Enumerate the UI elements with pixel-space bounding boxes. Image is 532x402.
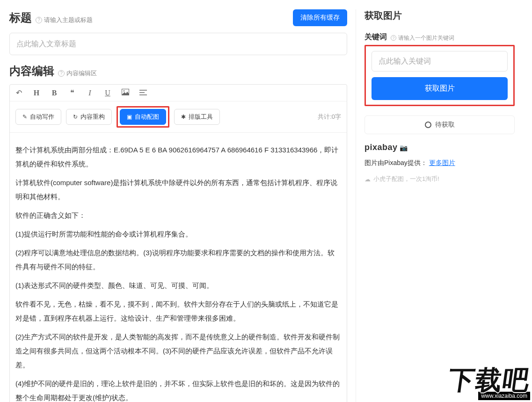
pencil-icon: ✎ <box>22 114 27 120</box>
settings-icon: ✱ <box>181 114 186 120</box>
auto-image-button[interactable]: ▣ 自动配图 <box>120 109 166 125</box>
pixabay-logo: pixabay 📷 <box>364 143 408 152</box>
provider-text: 图片由Pixabay提供： <box>364 159 427 166</box>
format-toolbar: ↶ H B ❝ I U <box>10 85 347 101</box>
title-input[interactable] <box>9 33 347 55</box>
keyword-hint: 请输入一个图片关键词 <box>398 34 454 42</box>
help-icon: ? <box>391 35 396 41</box>
layout-tool-button[interactable]: ✱ 排版工具 <box>174 109 220 125</box>
quote-button[interactable]: ❝ <box>68 88 76 97</box>
auto-write-button[interactable]: ✎ 自动写作 <box>15 109 61 125</box>
content-paragraph: 软件看不见，无色，枯燥，看不见，摸不到，闻不到。软件大部分存在于人们的头脑或纸上… <box>15 297 341 325</box>
sidebar: 获取图片 关键词 ? 请输入一个图片关键词 获取图片 待获取 pixabay 📷… <box>356 9 515 402</box>
content-paragraph: 整个计算机系统由两部分组成：E.69DA 5 E 6 BA 9062616964… <box>15 143 341 171</box>
watermark: 下载吧 www.xiazaiba.com <box>449 368 530 400</box>
more-images-link[interactable]: 更多图片 <box>429 159 455 166</box>
content-hint: 内容编辑区 <box>66 69 97 78</box>
editor: ↶ H B ❝ I U ✎ 自动写作 ↻ <box>9 84 347 402</box>
content-paragraph: (1)表达形式不同的硬件类型、颜色、味道、可见、可摸、可闻。 <box>15 279 341 293</box>
help-icon: ? <box>58 70 65 77</box>
content-heading: 内容编辑 <box>9 64 54 79</box>
align-icon[interactable] <box>139 89 147 97</box>
content-paragraph: (2)程序可以满意地处理信息的数据结构。(3)说明程序功能要求和程序需要的文档的… <box>15 246 341 274</box>
svg-point-1 <box>124 90 125 92</box>
content-body[interactable]: 整个计算机系统由两部分组成：E.69DA 5 E 6 BA 9062616964… <box>10 133 347 402</box>
pending-status[interactable]: 待获取 <box>364 115 515 134</box>
keyword-label: 关键词 <box>364 32 387 42</box>
image-icon: ▣ <box>127 114 132 120</box>
content-paragraph: 软件的正确含义如下： <box>15 208 341 223</box>
word-count: 共计:0字 <box>318 113 341 121</box>
italic-button[interactable]: I <box>86 89 94 97</box>
content-paragraph: 计算机软件(computer software)是指计算机系统中除硬件以外的所有… <box>15 176 341 204</box>
watermark-logo: 下载吧 <box>447 368 532 392</box>
main-column: 标题 ? 请输入主题或标题 清除所有缓存 内容编辑 ? 内容编辑区 ↶ H B … <box>9 9 356 402</box>
cloud-icon: ☁ <box>364 176 371 183</box>
heading-button[interactable]: H <box>32 89 41 97</box>
restructure-button[interactable]: ↻ 内容重构 <box>66 109 112 125</box>
title-hint: 请输入主题或标题 <box>44 16 93 24</box>
fetch-image-button[interactable]: 获取图片 <box>372 77 508 100</box>
keyword-input[interactable] <box>372 51 508 72</box>
highlighted-button-box: ▣ 自动配图 <box>117 106 169 128</box>
refresh-icon: ↻ <box>73 114 78 120</box>
content-paragraph: (4)维护不同的硬件是旧的，理论上软件是旧的，并不坏，但实际上软件也是旧的和坏的… <box>15 377 341 402</box>
circle-icon <box>425 122 431 128</box>
help-icon: ? <box>36 17 42 23</box>
bold-button[interactable]: B <box>50 89 58 97</box>
sidebar-title: 获取图片 <box>364 9 515 22</box>
image-icon[interactable] <box>121 89 130 97</box>
undo-icon[interactable]: ↶ <box>15 88 23 97</box>
content-paragraph: (1)提供运行时所需功能和性能的命令或计算机程序集合。 <box>15 227 341 241</box>
action-toolbar: ✎ 自动写作 ↻ 内容重构 ▣ 自动配图 ✱ 排版工具 <box>10 101 347 133</box>
footer-note: 小虎子配图，一次1淘币! <box>373 175 439 183</box>
camera-icon: 📷 <box>400 144 408 151</box>
content-paragraph: (2)生产方式不同的软件是开发，是人类智能的高发挥，而不是传统意义上的硬件制造。… <box>15 330 341 372</box>
underline-button[interactable]: U <box>103 89 112 97</box>
highlighted-keyword-box: 获取图片 <box>364 45 515 106</box>
title-heading: 标题 <box>9 10 32 25</box>
clear-cache-button[interactable]: 清除所有缓存 <box>293 9 347 26</box>
